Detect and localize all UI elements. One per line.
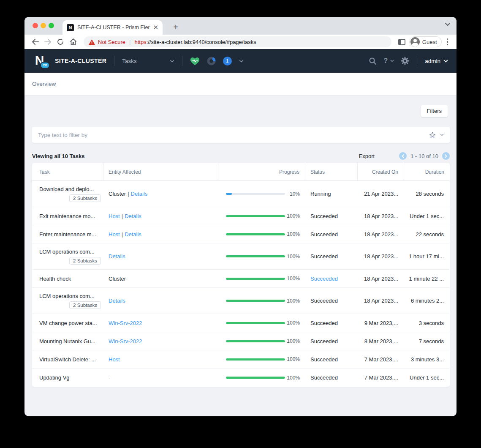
column-header-duration[interactable]: Duration <box>404 163 450 180</box>
column-header-task[interactable]: Task <box>32 163 103 180</box>
task-name: Health check <box>39 276 101 282</box>
task-cell: LCM operations com...2 Subtasks <box>32 249 103 265</box>
prev-page-button[interactable] <box>399 152 407 160</box>
user-menu[interactable]: admin <box>425 58 448 64</box>
progress-bar <box>226 255 285 257</box>
entity-cell: Host|Details <box>103 213 218 219</box>
chevron-down-icon[interactable] <box>239 60 244 63</box>
table-row: VirtualSwitch Delete: ...Host100%Succeed… <box>32 350 450 369</box>
entity-link[interactable]: Details <box>125 231 141 238</box>
status-text: Succeeded <box>310 213 338 219</box>
progress-bar <box>226 278 285 280</box>
window-controls <box>33 23 54 28</box>
status-cell: Succeeded <box>305 338 358 344</box>
subtasks-badge[interactable]: 2 Subtasks <box>69 194 101 202</box>
page-selector-dropdown[interactable]: Tasks <box>122 58 174 64</box>
column-header-created[interactable]: Created On <box>358 163 404 180</box>
created-on: 7 Mar 2023,... <box>358 374 404 381</box>
status-cell: Succeeded <box>305 374 358 381</box>
status-text[interactable]: Succeeded <box>310 276 338 282</box>
table-body: Download and deplo...2 SubtasksCluster|D… <box>32 181 450 387</box>
progress-value: 10% <box>290 191 300 197</box>
tasks-count-badge[interactable]: 1 <box>223 57 232 66</box>
entity-link[interactable]: Details <box>109 298 125 304</box>
side-panel-icon[interactable] <box>397 36 408 47</box>
export-button[interactable]: Export <box>359 153 375 159</box>
progress-value: 100% <box>287 254 300 260</box>
profile-name: Guest <box>422 39 437 45</box>
user-name: admin <box>425 58 440 64</box>
entity-link[interactable]: Host <box>109 213 120 219</box>
health-heart-icon[interactable] <box>190 57 200 66</box>
minimize-window-button[interactable] <box>41 23 46 28</box>
next-page-button[interactable] <box>442 152 450 160</box>
filter-input[interactable] <box>38 132 429 138</box>
entity-link[interactable]: Details <box>125 213 141 219</box>
task-name: LCM operations com... <box>39 293 101 299</box>
table-row: Download and deplo...2 SubtasksCluster|D… <box>32 181 450 207</box>
browser-window: N SITE-A-CLUSTER - Prism Elem ✕ + Not Se… <box>24 17 457 416</box>
entity-cell: Host|Details <box>103 231 218 238</box>
progress-cell: 100% <box>218 276 305 281</box>
column-header-status[interactable]: Status <box>305 163 358 180</box>
progress-cell: 100% <box>218 375 305 381</box>
filter-chevron-icon[interactable] <box>440 134 444 136</box>
chevron-down-icon <box>170 60 174 63</box>
breadcrumb-overview[interactable]: Overview <box>32 81 56 87</box>
reload-icon[interactable] <box>55 36 66 47</box>
progress-bar-fill <box>226 215 285 217</box>
forward-icon[interactable] <box>42 36 53 47</box>
entity-link[interactable]: Host <box>109 231 120 238</box>
entity-separator: | <box>122 231 123 238</box>
prism-navbar: N CE SITE-A-CLUSTER Tasks 1 <box>24 49 457 73</box>
tab-close-icon[interactable]: ✕ <box>153 24 158 31</box>
task-cell: Download and deplo...2 Subtasks <box>32 186 103 202</box>
entity-cell: Details <box>103 298 218 304</box>
address-bar[interactable]: Not Secure | https://site-a-cluster.lab:… <box>84 36 391 47</box>
column-header-entity[interactable]: Entity Affected <box>103 163 218 180</box>
progress-bar <box>226 358 285 361</box>
created-on: 7 Mar 2023,... <box>358 356 404 363</box>
status-text: Succeeded <box>310 320 338 326</box>
warning-icon <box>89 39 95 45</box>
filters-button[interactable]: Filters <box>421 105 448 117</box>
progress-value: 100% <box>287 356 300 362</box>
subtasks-badge[interactable]: 2 Subtasks <box>69 257 101 265</box>
chevron-down-icon <box>443 60 448 63</box>
entity-cell: - <box>103 374 218 381</box>
settings-gear-icon[interactable] <box>401 57 409 65</box>
storage-donut-icon[interactable] <box>207 57 216 66</box>
entity-cell: Cluster|Details <box>103 191 218 197</box>
created-on: 18 Apr 2023... <box>358 253 404 260</box>
entity-cell: Host <box>103 356 218 363</box>
duration: Under 1 sec... <box>404 374 450 381</box>
subtasks-badge[interactable]: 2 Subtasks <box>69 301 101 309</box>
nutanix-logo[interactable]: N CE <box>33 54 48 68</box>
entity-link[interactable]: Host <box>109 356 120 363</box>
browser-profile-chip[interactable]: Guest <box>409 36 442 47</box>
progress-cell: 100% <box>218 320 305 326</box>
new-tab-button[interactable]: + <box>170 21 182 33</box>
entity-link[interactable]: Win-Srv-2022 <box>109 320 142 326</box>
column-header-progress[interactable]: Progress <box>218 163 305 180</box>
progress-value: 100% <box>287 338 300 344</box>
browser-tab[interactable]: N SITE-A-CLUSTER - Prism Elem ✕ <box>63 20 163 35</box>
maximize-window-button[interactable] <box>49 23 54 28</box>
pagination: 1 - 10 of 10 <box>399 152 450 160</box>
entity-link[interactable]: Details <box>109 253 125 260</box>
back-icon[interactable] <box>30 36 41 47</box>
browser-menu-icon[interactable] <box>443 38 452 46</box>
progress-bar <box>226 322 285 324</box>
tab-search-chevron-icon[interactable] <box>445 22 451 26</box>
close-window-button[interactable] <box>33 23 38 28</box>
search-icon[interactable] <box>369 57 377 65</box>
progress-value: 100% <box>287 231 300 237</box>
favorite-star-icon[interactable] <box>429 132 436 138</box>
entity-link[interactable]: Win-Srv-2022 <box>109 338 142 344</box>
status-text: Succeeded <box>310 298 338 304</box>
help-menu[interactable]: ? <box>383 57 394 65</box>
entity-link[interactable]: Details <box>131 191 148 197</box>
home-icon[interactable] <box>68 36 79 47</box>
status-cell: Succeeded <box>305 356 358 363</box>
progress-cell: 100% <box>218 254 305 260</box>
